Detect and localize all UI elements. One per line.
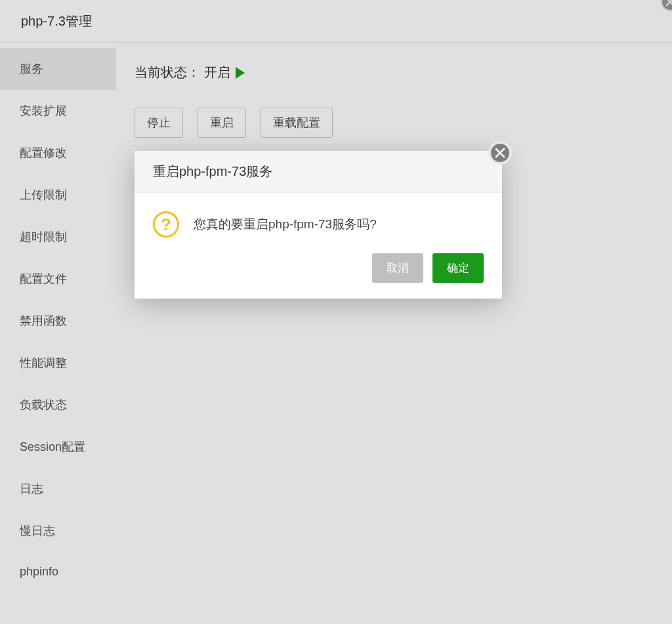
dialog-header: 重启php-fpm-73服务 (135, 151, 502, 193)
confirm-button[interactable]: 确定 (432, 253, 484, 283)
dialog-title: 重启php-fpm-73服务 (153, 163, 484, 180)
dialog-message: 您真的要重启php-fpm-73服务吗? (194, 216, 377, 233)
dialog-footer: 取消 确定 (135, 253, 502, 299)
close-icon (495, 148, 505, 158)
dialog-body: ? 您真的要重启php-fpm-73服务吗? (135, 193, 502, 253)
modal-overlay (0, 0, 672, 624)
cancel-button[interactable]: 取消 (372, 253, 423, 283)
confirm-dialog: 重启php-fpm-73服务 ? 您真的要重启php-fpm-73服务吗? 取消… (135, 151, 502, 299)
question-icon: ? (153, 211, 179, 238)
dialog-close-button[interactable] (488, 141, 512, 165)
